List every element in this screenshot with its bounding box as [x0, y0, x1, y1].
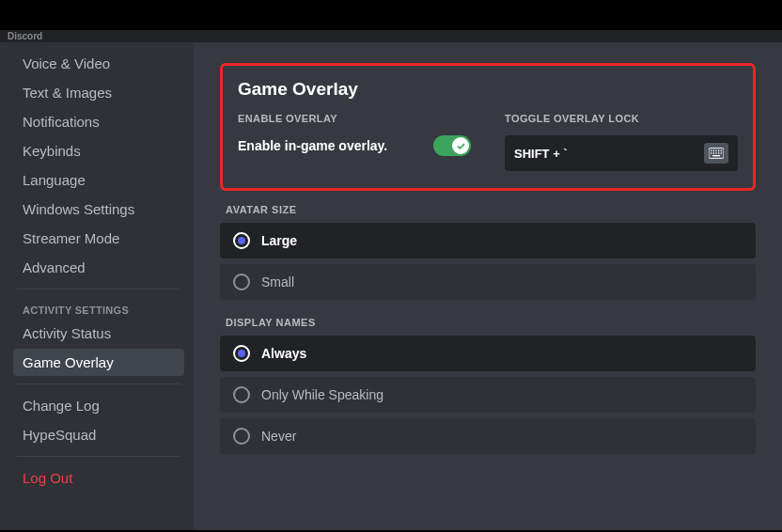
radio-dot: [238, 350, 245, 357]
nav-language[interactable]: Language: [13, 166, 184, 194]
blackbar-top: [0, 0, 782, 30]
enable-row: Enable in-game overlay.: [238, 135, 471, 156]
lock-col: TOGGLE OVERLAY LOCK SHIFT + `: [505, 113, 738, 171]
page-title: Game Overlay: [238, 79, 738, 100]
titlebar: Discord: [0, 30, 782, 42]
radio-icon: [233, 428, 250, 445]
display-names-never[interactable]: Never: [220, 418, 756, 454]
radio-dot: [238, 237, 245, 244]
svg-rect-1: [711, 150, 712, 151]
check-icon: [456, 141, 466, 151]
enable-text: Enable in-game overlay.: [238, 138, 387, 153]
keybind-value: SHIFT + `: [514, 147, 568, 161]
enable-overlay-header: ENABLE OVERLAY: [238, 113, 471, 124]
radio-label: Small: [261, 274, 294, 289]
svg-rect-7: [713, 152, 714, 153]
keyboard-icon: [704, 143, 728, 164]
svg-rect-8: [715, 152, 716, 153]
svg-rect-6: [711, 152, 712, 153]
enable-overlay-toggle[interactable]: [433, 135, 471, 156]
nav-text-images[interactable]: Text & Images: [13, 79, 184, 106]
app-name: Discord: [8, 31, 42, 41]
radio-label: Only While Speaking: [261, 387, 383, 402]
display-names-header: DISPLAY NAMES: [226, 317, 756, 328]
nav-hypesquad[interactable]: HypeSquad: [13, 421, 184, 448]
toggle-lock-header: TOGGLE OVERLAY LOCK: [505, 113, 738, 124]
nav-change-log[interactable]: Change Log: [13, 392, 184, 419]
divider: [17, 456, 180, 457]
svg-rect-10: [721, 152, 722, 153]
svg-rect-5: [721, 150, 722, 151]
radio-label: Always: [261, 346, 306, 361]
nav-windows[interactable]: Windows Settings: [13, 196, 184, 223]
keybind-input[interactable]: SHIFT + `: [505, 135, 738, 171]
display-names-always[interactable]: Always: [220, 336, 756, 371]
radio-label: Never: [261, 429, 296, 444]
activity-header: ACTIVITY SETTINGS: [13, 297, 184, 320]
nav-voice-video[interactable]: Voice & Video: [13, 50, 184, 77]
overlay-row: ENABLE OVERLAY Enable in-game overlay. T…: [238, 113, 738, 171]
radio-icon: [233, 345, 250, 362]
svg-rect-3: [715, 150, 716, 151]
svg-rect-9: [718, 152, 719, 153]
radio-icon: [233, 386, 250, 403]
svg-rect-11: [712, 155, 720, 156]
divider: [17, 289, 180, 289]
nav-notifications[interactable]: Notifications: [13, 108, 184, 135]
nav-advanced[interactable]: Advanced: [13, 254, 184, 281]
settings-sidebar: Voice & Video Text & Images Notification…: [0, 42, 194, 530]
nav-streamer[interactable]: Streamer Mode: [13, 225, 184, 252]
display-names-group: Always Only While Speaking Never: [220, 336, 756, 454]
avatar-size-group: Large Small: [220, 223, 756, 300]
highlight-annotation: Game Overlay ENABLE OVERLAY Enable in-ga…: [220, 63, 756, 191]
nav-game-overlay[interactable]: Game Overlay: [13, 349, 184, 376]
avatar-size-large[interactable]: Large: [220, 223, 756, 258]
content-area: Game Overlay ENABLE OVERLAY Enable in-ga…: [194, 42, 782, 530]
container: Voice & Video Text & Images Notification…: [0, 42, 782, 530]
avatar-size-header: AVATAR SIZE: [226, 204, 756, 215]
svg-rect-2: [713, 150, 714, 151]
display-names-speaking[interactable]: Only While Speaking: [220, 377, 756, 413]
radio-icon: [233, 232, 250, 249]
svg-rect-4: [718, 150, 719, 151]
avatar-size-small[interactable]: Small: [220, 264, 756, 300]
nav-activity-status[interactable]: Activity Status: [13, 320, 184, 347]
divider: [17, 383, 180, 384]
toggle-knob: [452, 137, 469, 154]
radio-label: Large: [261, 233, 297, 248]
nav-logout[interactable]: Log Out: [13, 464, 184, 492]
radio-icon: [233, 274, 250, 290]
enable-col: ENABLE OVERLAY Enable in-game overlay.: [238, 113, 471, 171]
nav-keybinds[interactable]: Keybinds: [13, 137, 184, 164]
